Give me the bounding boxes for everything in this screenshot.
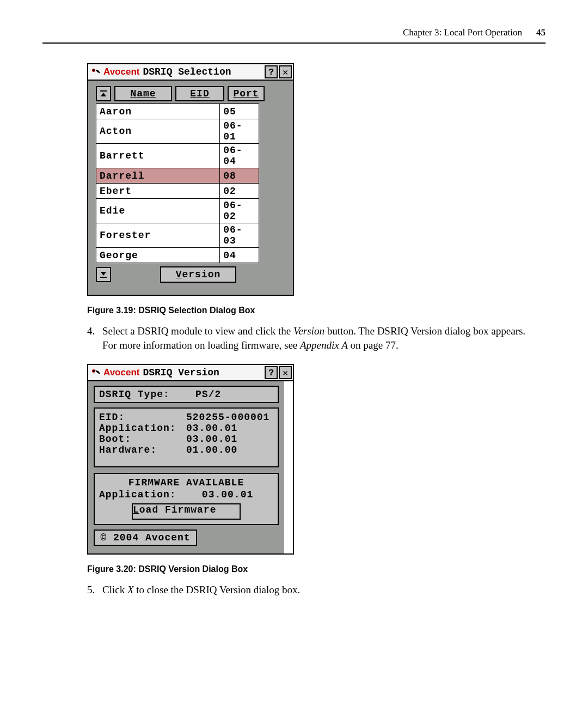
svg-point-1: [93, 69, 95, 71]
row-port: 02: [220, 184, 259, 199]
row-name: Forester: [96, 223, 220, 248]
row-port: 06-03: [220, 223, 259, 248]
application-label: Application:: [99, 423, 186, 434]
row-name: Aaron: [96, 104, 220, 119]
row-name: George: [96, 248, 220, 263]
dsriq-type-value: PS/2: [195, 389, 221, 400]
row-name: Acton: [96, 119, 220, 144]
avocent-logo-icon: [88, 366, 103, 379]
brand-text: Avocent: [103, 367, 143, 378]
dialog-titlebar: Avocent DSRIQ Version ? ✕: [88, 365, 293, 381]
load-firmware-button[interactable]: Load Firmware: [132, 503, 241, 520]
dialog-titlebar: Avocent DSRIQ Selection ? ✕: [88, 64, 293, 81]
version-button[interactable]: Version: [160, 266, 236, 283]
row-port: 06-01: [220, 119, 259, 144]
step-5: 5. Click X to close the DSRIQ Version di…: [87, 583, 546, 597]
boot-value: 03.00.01: [186, 434, 237, 445]
dsriq-type-label: DSRIQ Type:: [99, 389, 170, 400]
scroll-up-button[interactable]: [96, 86, 111, 101]
application-value: 03.00.01: [186, 423, 237, 434]
step4-italic-appendix: Appendix A: [300, 339, 348, 351]
fw-application-value: 03.00.01: [202, 489, 253, 500]
row-port: 05: [220, 104, 259, 119]
step-number: 5.: [87, 583, 102, 597]
close-button[interactable]: ✕: [279, 65, 292, 78]
step-number: 4.: [87, 324, 102, 352]
column-header-port[interactable]: Port: [228, 86, 265, 101]
eid-value: 520255-000001: [186, 412, 270, 423]
copyright-button[interactable]: © 2004 Avocent: [94, 530, 197, 546]
table-row[interactable]: Ebert02: [96, 184, 259, 199]
dialog-title-text: DSRIQ Selection: [143, 66, 264, 77]
step-4: 4. Select a DSRIQ module to view and cli…: [87, 324, 546, 352]
table-row[interactable]: Barrett06-04: [96, 144, 259, 168]
column-header-eid[interactable]: EID: [175, 86, 224, 101]
row-name: Edie: [96, 199, 220, 223]
step5-pre: Click: [102, 584, 127, 595]
page-header: Chapter 3: Local Port Operation 45: [42, 27, 546, 44]
step5-italic-x: X: [127, 584, 134, 595]
eid-label: EID:: [99, 412, 186, 423]
avocent-logo-icon: [88, 65, 103, 78]
table-row[interactable]: Acton06-01: [96, 119, 259, 144]
page-number: 45: [536, 27, 546, 38]
dsriq-version-dialog: Avocent DSRIQ Version ? ✕ DSRIQ Type: PS…: [87, 364, 294, 555]
dsriq-type-field: DSRIQ Type: PS/2: [94, 386, 279, 403]
row-port: 04: [220, 248, 259, 263]
firmware-available-heading: FIRMWARE AVAILABLE: [99, 477, 273, 488]
svg-rect-2: [100, 90, 107, 92]
boot-label: Boot:: [99, 434, 186, 445]
dialog-title-text: DSRIQ Version: [143, 367, 264, 378]
svg-marker-3: [101, 93, 106, 96]
step4-pre: Select a DSRIQ module to view and click …: [102, 325, 293, 337]
table-row[interactable]: George04: [96, 248, 259, 263]
help-button[interactable]: ?: [265, 366, 278, 379]
row-port: 06-04: [220, 144, 259, 168]
dsriq-selection-dialog: Avocent DSRIQ Selection ? ✕ Name EID Por…: [87, 63, 294, 296]
svg-point-7: [93, 370, 95, 372]
hardware-label: Hardware:: [99, 445, 186, 455]
firmware-available-box: FIRMWARE AVAILABLE Application: 03.00.01…: [94, 473, 279, 525]
step5-post: to close the DSRIQ Version dialog box.: [136, 584, 300, 595]
dsriq-info-box: EID: 520255-000001 Application: 03.00.01…: [94, 407, 279, 467]
fw-application-label: Application:: [99, 489, 176, 500]
table-row[interactable]: Aaron05: [96, 104, 259, 119]
table-row[interactable]: Darrell08: [96, 168, 259, 184]
row-port: 08: [220, 168, 259, 184]
table-row[interactable]: Forester06-03: [96, 223, 259, 248]
figure-caption-3-19: Figure 3.19: DSRIQ Selection Dialog Box: [87, 306, 546, 315]
step4-post: on page 77.: [351, 339, 399, 351]
row-name: Darrell: [96, 168, 220, 184]
chapter-label: Chapter 3: Local Port Operation: [403, 27, 522, 38]
figure-caption-3-20: Figure 3.20: DSRIQ Version Dialog Box: [87, 564, 546, 574]
row-name: Ebert: [96, 184, 220, 199]
brand-text: Avocent: [103, 66, 143, 77]
step4-italic-version: Version: [293, 325, 324, 337]
row-name: Barrett: [96, 144, 220, 168]
help-button[interactable]: ?: [265, 65, 278, 78]
row-port: 06-02: [220, 199, 259, 223]
svg-rect-5: [100, 277, 107, 278]
hardware-value: 01.00.00: [186, 445, 237, 455]
table-row[interactable]: Edie06-02: [96, 199, 259, 223]
dsriq-selection-table: Aaron05Acton06-01Barrett06-04Darrell08Eb…: [96, 104, 259, 263]
scroll-down-button[interactable]: [96, 267, 111, 282]
column-header-name[interactable]: Name: [114, 86, 172, 101]
svg-marker-4: [101, 272, 106, 276]
close-button[interactable]: ✕: [279, 366, 292, 379]
